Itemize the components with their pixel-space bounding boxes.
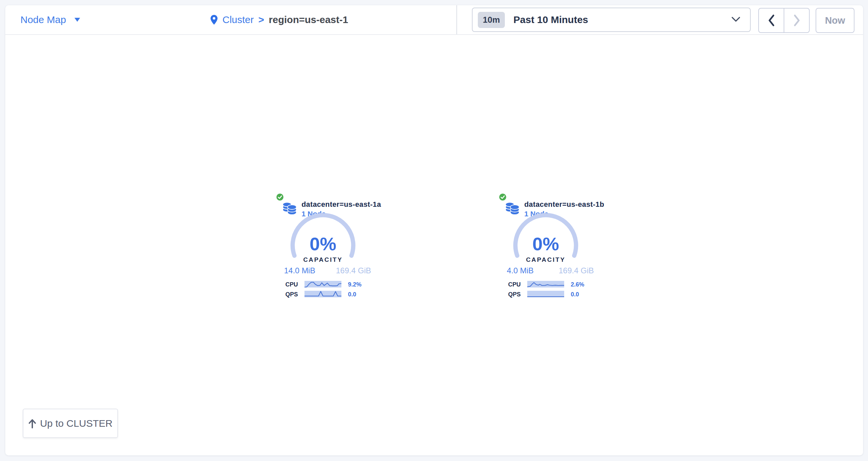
time-window-label: Past 10 Minutes xyxy=(514,14,588,25)
time-next-button[interactable] xyxy=(784,8,809,32)
metric-label: CPU xyxy=(508,281,521,288)
chevron-down-icon xyxy=(732,17,740,22)
location-pin-icon xyxy=(210,14,218,25)
capacity-percent: 0% xyxy=(513,233,579,255)
breadcrumb: Cluster > region=us-east-1 xyxy=(210,5,348,34)
capacity-total: 169.4 GiB xyxy=(336,266,371,275)
locality-title: datacenter=us-east-1a xyxy=(302,200,381,209)
time-prev-button[interactable] xyxy=(759,8,784,32)
qps-sparkline xyxy=(527,291,564,297)
chevron-right-icon xyxy=(793,14,801,27)
capacity-label: CAPACITY xyxy=(509,256,582,263)
capacity-used: 4.0 MiB xyxy=(507,266,533,275)
breadcrumb-separator: > xyxy=(258,14,264,25)
locality-title: datacenter=us-east-1b xyxy=(524,200,604,209)
metric-value: 9.2% xyxy=(348,281,362,288)
metric-label: QPS xyxy=(285,291,298,298)
database-stack-icon xyxy=(282,200,297,216)
locality-card-us-east-1b[interactable]: datacenter=us-east-1b 1 Node 0% CAPACITY… xyxy=(493,191,598,305)
capacity-label: CAPACITY xyxy=(287,256,359,263)
metric-label: CPU xyxy=(285,281,298,288)
top-bar: Node Map Cluster > region=us-east-1 10m … xyxy=(5,5,863,35)
cpu-sparkline xyxy=(527,281,564,288)
up-to-cluster-label: Up to CLUSTER xyxy=(40,418,112,429)
metric-value: 2.6% xyxy=(571,281,584,288)
healthy-check-icon xyxy=(499,193,506,201)
view-selector-label: Node Map xyxy=(21,14,66,25)
chevron-left-icon xyxy=(768,14,775,27)
qps-sparkline xyxy=(305,291,341,297)
node-map-panel: Node Map Cluster > region=us-east-1 10m … xyxy=(5,5,863,455)
capacity-used: 14.0 MiB xyxy=(284,266,315,275)
healthy-check-icon xyxy=(276,193,284,201)
up-to-cluster-button[interactable]: Up to CLUSTER xyxy=(23,409,118,438)
metric-value: 0.0 xyxy=(348,291,356,298)
time-nav-group xyxy=(758,8,810,33)
caret-down-icon xyxy=(74,18,80,22)
metric-value: 0.0 xyxy=(571,291,579,298)
capacity-total: 169.4 GiB xyxy=(559,266,594,275)
arrow-up-icon xyxy=(28,418,37,429)
cpu-sparkline xyxy=(305,281,341,288)
breadcrumb-current: region=us-east-1 xyxy=(269,14,348,25)
time-window-badge: 10m xyxy=(478,12,505,28)
topbar-divider xyxy=(457,5,457,34)
capacity-percent: 0% xyxy=(290,233,356,255)
locality-card-us-east-1a[interactable]: datacenter=us-east-1a 1 Node 0% CAPACITY… xyxy=(270,191,376,305)
time-window-selector[interactable]: 10m Past 10 Minutes xyxy=(472,7,751,32)
database-stack-icon xyxy=(505,200,520,216)
now-button[interactable]: Now xyxy=(816,8,855,33)
metric-label: QPS xyxy=(508,291,521,298)
breadcrumb-cluster-link[interactable]: Cluster xyxy=(222,14,254,25)
view-selector-dropdown[interactable]: Node Map xyxy=(21,5,80,34)
